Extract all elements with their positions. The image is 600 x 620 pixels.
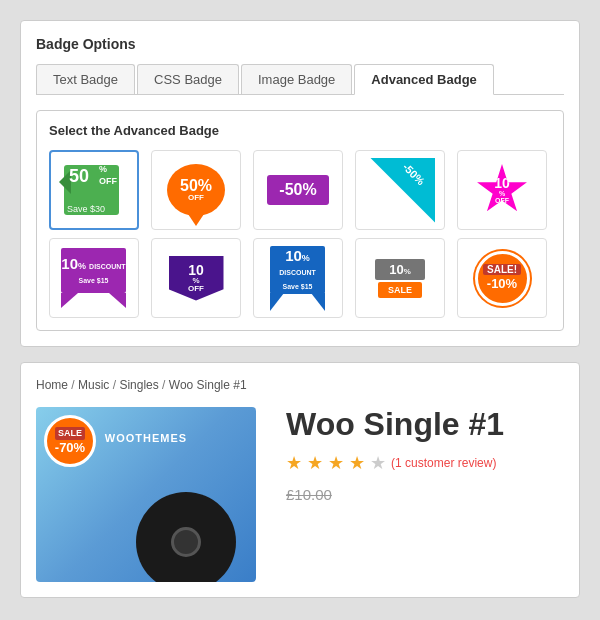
vinyl-outer [136, 492, 236, 582]
breadcrumb-music[interactable]: Music [78, 378, 109, 392]
gray-label-badge: 10% SALE [366, 251, 434, 306]
purple-multi-text: 10% DISCOUNT Save $15 [61, 255, 126, 286]
blue-tail-left [270, 293, 284, 311]
badge-item-3[interactable]: -50% [253, 150, 343, 230]
purple-tail-left [61, 293, 78, 308]
badge-grid: 50 % OFF Save $30 50%OFF -50% [49, 150, 551, 318]
starburst-text: 10%OFF [494, 176, 510, 204]
orange-circle-text: SALE! -10% [478, 263, 527, 294]
green-ribbon-save: Save $30 [67, 204, 105, 214]
panel-title: Badge Options [36, 36, 564, 52]
purple-tail-right [109, 293, 126, 308]
badge-selection-area: Select the Advanced Badge 50 % OFF Save … [36, 110, 564, 331]
green-ribbon-number: 50 [69, 166, 89, 187]
star-5: ★ [370, 453, 386, 473]
badge-item-2[interactable]: 50%OFF [151, 150, 241, 230]
bubble-text: 50%OFF [180, 178, 212, 202]
gray-label-top: 10% [375, 259, 425, 280]
review-link[interactable]: (1 customer review) [391, 456, 496, 470]
star-1: ★ [286, 453, 302, 473]
product-rating: ★ ★ ★ ★ ★ (1 customer review) [286, 452, 564, 474]
brand-label: WOOTHEMES [105, 432, 187, 444]
breadcrumb-current: Woo Single #1 [169, 378, 247, 392]
purple-multi-badge: 10% DISCOUNT Save $15 [59, 248, 129, 308]
orange-sticker-badge: SALE! -10% [471, 247, 533, 309]
dark-arrow-text: 10%OFF [188, 263, 204, 293]
purple-multi-main: 10% DISCOUNT Save $15 [61, 248, 126, 293]
blue-tail-right [311, 293, 325, 311]
tab-css-badge[interactable]: CSS Badge [137, 64, 239, 94]
vinyl-record [136, 492, 236, 582]
badge-item-6[interactable]: 10% DISCOUNT Save $15 [49, 238, 139, 318]
tab-image-badge[interactable]: Image Badge [241, 64, 352, 94]
starburst-shape: 10%OFF [476, 164, 528, 216]
blue-ribbon-badge: 10% DISCOUNT Save $15 [264, 246, 332, 311]
orange-label-bottom: SALE [378, 282, 422, 298]
product-area: SALE -70% WOOTHEMES Woo Single #1 ★ ★ ★ [36, 407, 564, 582]
tab-advanced-badge[interactable]: Advanced Badge [354, 64, 493, 95]
product-sale-badge: SALE -70% [44, 415, 96, 467]
badge-item-10[interactable]: SALE! -10% [457, 238, 547, 318]
green-ribbon-off: OFF [99, 176, 117, 186]
sale-badge-label: SALE [55, 427, 85, 440]
star-2: ★ [307, 453, 323, 473]
badge-item-7[interactable]: 10%OFF [151, 238, 241, 318]
vinyl-inner [171, 527, 201, 557]
product-panel: Home / Music / Singles / Woo Single #1 S… [20, 362, 580, 598]
sale-badge-discount: -70% [55, 440, 85, 456]
dark-arrow-badge: 10%OFF [162, 248, 230, 308]
bubble-shape: 50%OFF [167, 164, 225, 216]
tab-bar: Text Badge CSS Badge Image Badge Advance… [36, 64, 564, 95]
badge-options-panel: Badge Options Text Badge CSS Badge Image… [20, 20, 580, 347]
star-icons: ★ ★ ★ ★ ★ [286, 452, 386, 474]
dark-arrow-shape: 10%OFF [169, 256, 224, 301]
orange-bubble-badge: 50%OFF [167, 164, 225, 216]
orange-circle-shape: SALE! -10% [475, 251, 530, 306]
badge-item-4[interactable]: -50% [355, 150, 445, 230]
green-ribbon-badge: 50 % OFF Save $30 [59, 160, 129, 220]
badge-item-1[interactable]: 50 % OFF Save $30 [49, 150, 139, 230]
breadcrumb: Home / Music / Singles / Woo Single #1 [36, 378, 564, 392]
badge-item-5[interactable]: 10%OFF [457, 150, 547, 230]
green-ribbon-percent: % [99, 164, 107, 174]
breadcrumb-singles[interactable]: Singles [119, 378, 158, 392]
breadcrumb-home[interactable]: Home [36, 378, 68, 392]
pink-starburst-badge: 10%OFF [473, 161, 531, 219]
product-image-wrap: SALE -70% WOOTHEMES [36, 407, 266, 582]
badge-item-8[interactable]: 10% DISCOUNT Save $15 [253, 238, 343, 318]
blue-ribbon-main: 10% DISCOUNT Save $15 [270, 246, 325, 294]
tab-text-badge[interactable]: Text Badge [36, 64, 135, 94]
star-3: ★ [328, 453, 344, 473]
blue-ribbon-text: 10% DISCOUNT Save $15 [270, 247, 325, 291]
product-price: £10.00 [286, 486, 564, 503]
product-title: Woo Single #1 [286, 407, 564, 442]
badge-section-title: Select the Advanced Badge [49, 123, 551, 138]
product-info: Woo Single #1 ★ ★ ★ ★ ★ (1 customer revi… [286, 407, 564, 582]
teal-ribbon-badge: -50% [365, 158, 435, 223]
purple-tag-badge: -50% [267, 175, 328, 205]
badge-item-9[interactable]: 10% SALE [355, 238, 445, 318]
star-4: ★ [349, 453, 365, 473]
